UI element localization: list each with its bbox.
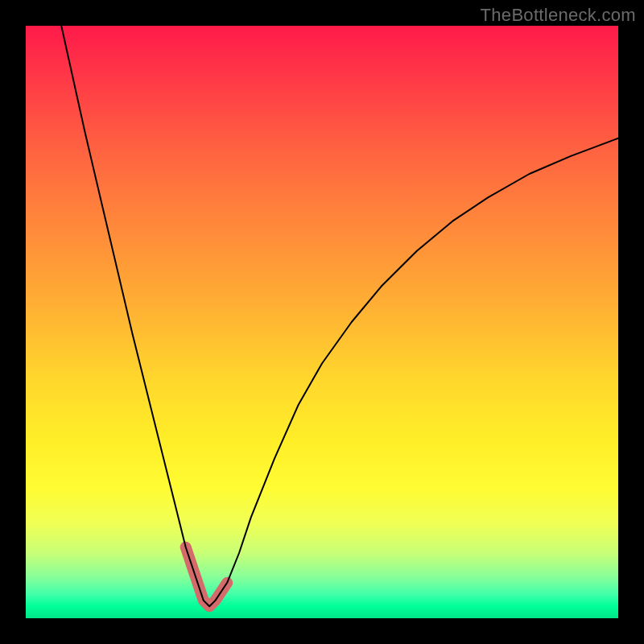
- bottleneck-curve-path: [61, 26, 618, 606]
- chart-plot-area: [26, 26, 618, 618]
- chart-svg: [26, 26, 618, 618]
- watermark-text: TheBottleneck.com: [481, 5, 636, 26]
- minimum-highlight-path: [186, 547, 228, 607]
